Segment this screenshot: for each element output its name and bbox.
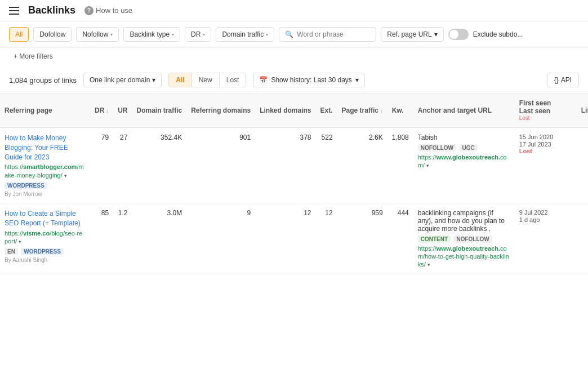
content-badge: CONTENT [418,236,451,243]
page-title-link[interactable]: How to Create a Simple SEO Report (+ Tem… [5,209,86,228]
col-ext: Ext. [316,94,337,127]
anchor-cell: Tabish NOFOLLOW UGC https://www.globexou… [413,127,515,203]
col-dr[interactable]: DR [90,94,113,127]
one-link-per-domain-btn[interactable]: One link per domain ▾ [83,73,162,87]
linked-domains-cell: 12 [255,203,315,274]
target-url-prefix: https:// [418,154,436,161]
more-filters-row: + More filters [0,48,588,67]
col-ur: UR [113,94,132,127]
url-expand-icon[interactable]: ▾ [19,239,21,245]
search-input[interactable] [297,30,370,38]
domain-traffic-cell: 352.4K [132,127,186,203]
en-badge: EN [5,248,18,255]
ref-page-url-btn[interactable]: Ref. page URL ▾ [381,27,443,42]
page-title-link[interactable]: How to Make Money Blogging: Your FREE Gu… [5,134,86,162]
table-row: How to Create a Simple SEO Report (+ Tem… [0,203,588,274]
last-seen: 17 Jul 2023 [519,141,572,148]
help-icon: ? [84,6,93,15]
search-box[interactable]: 🔍 [279,27,376,42]
lost-badge: Lost [519,148,532,154]
link-cell [577,127,588,203]
nofollow-filter-btn[interactable]: Nofollow ▾ [76,27,119,42]
ref-page-caret-icon: ▾ [434,30,438,38]
show-history-btn[interactable]: 📅 Show history: Last 30 days ▾ [253,73,364,87]
table-wrapper: Referring page DR UR Domain traffic Refe… [0,94,588,274]
exclude-subdomains-toggle[interactable] [448,29,469,40]
domain-traffic-filter-btn[interactable]: Domain traffic ▾ [216,27,274,42]
target-url-expand-icon[interactable]: ▾ [426,163,429,168]
col-page-traffic[interactable]: Page traffic [337,94,387,127]
ur-cell: 27 [113,127,132,203]
toolbar: 1,084 groups of links One link per domai… [0,67,588,94]
app-title: Backlinks [28,5,75,16]
backlinks-table: Referring page DR UR Domain traffic Refe… [0,94,588,274]
anchor-text: backlinking campaigns (if any), and how … [418,209,510,233]
api-icon: {} [554,76,559,84]
dr-filter-btn[interactable]: DR ▾ [185,27,211,42]
tab-all[interactable]: All [169,73,191,87]
wordpress-badge: WORDPRESS [5,182,47,189]
anchor-cell: backlinking campaigns (if any), and how … [413,203,515,274]
dr-cell: 85 [90,203,113,274]
author-label: By Aarushi Singh [5,257,86,263]
linked-domains-cell: 378 [255,127,315,203]
anchor-text: Tabish [418,134,510,141]
menu-icon[interactable] [9,7,19,15]
first-seen: 15 Jun 2020 [519,134,572,140]
col-anchor-target: Anchor and target URL [413,94,515,127]
calendar-icon: 📅 [259,76,268,84]
referring-page-cell: How to Create a Simple SEO Report (+ Tem… [0,203,90,274]
col-domain-traffic: Domain traffic [132,94,186,127]
exclude-subdomains-label: Exclude subdo... [473,30,523,38]
ext-cell: 522 [316,127,337,203]
tab-lost[interactable]: Lost [220,73,246,87]
col-referring-domains: Referring domains [186,94,255,127]
target-url-prefix: https:// [418,245,436,252]
last-seen: 1 d ago [519,216,572,223]
page-url-prefix: https:// [5,230,23,237]
seen-cell: 15 Jun 2020 17 Jul 2023 Lost [515,127,577,203]
dr-cell: 79 [90,127,113,203]
all-filter-btn[interactable]: All [9,27,29,42]
col-kw: Kw. [387,94,413,127]
api-btn[interactable]: {} API [547,73,579,87]
seen-cell: 9 Jul 2022 1 d ago [515,203,577,274]
tab-group: All New Lost [168,73,246,87]
target-url-expand-icon[interactable]: ▾ [427,262,430,268]
help-link[interactable]: ? How to use [84,6,132,15]
domain-traffic-caret-icon: ▾ [266,32,268,37]
referring-domains-cell: 9 [186,203,255,274]
table-row: How to Make Money Blogging: Your FREE Gu… [0,127,588,203]
col-linked-domains: Linked domains [255,94,315,127]
referring-domains-cell: 901 [186,127,255,203]
more-filters-btn[interactable]: + More filters [9,50,579,63]
ext-cell: 12 [316,203,337,274]
nofollow-caret-icon: ▾ [110,32,113,37]
header: Backlinks ? How to use [0,0,588,21]
kw-cell: 444 [387,203,413,274]
wordpress-badge: WORDPRESS [21,248,64,255]
help-label: How to use [96,6,132,15]
page-traffic-cell: 959 [337,203,387,274]
first-seen: 9 Jul 2022 [519,209,572,216]
col-link: Link [577,94,588,127]
col-first-last-seen: First seen Last seen Lost [515,94,577,127]
backlink-type-filter-btn[interactable]: Backlink type ▾ [123,27,180,42]
referring-page-cell: How to Make Money Blogging: Your FREE Gu… [0,127,90,203]
backlink-type-caret-icon: ▾ [172,32,174,37]
page-traffic-cell: 2.6K [337,127,387,203]
domain-traffic-cell: 3.0M [132,203,186,274]
col-referring-page: Referring page [0,94,90,127]
filters-bar: All Dofollow Nofollow ▾ Backlink type ▾ … [0,21,588,48]
dr-caret-icon: ▾ [203,32,205,37]
ugc-badge: UGC [459,144,477,152]
groups-count-label: 1,084 groups of links [9,76,77,85]
history-caret-icon: ▾ [355,76,359,84]
dofollow-filter-btn[interactable]: Dofollow [33,27,72,42]
one-link-caret-icon: ▾ [152,76,155,84]
url-expand-icon[interactable]: ▾ [64,173,67,179]
tab-new[interactable]: New [192,73,220,87]
nofollow-anchor-badge: NOFOLLOW [453,236,492,243]
search-icon: 🔍 [285,30,293,38]
author-label: By Jon Morrow [5,191,86,197]
